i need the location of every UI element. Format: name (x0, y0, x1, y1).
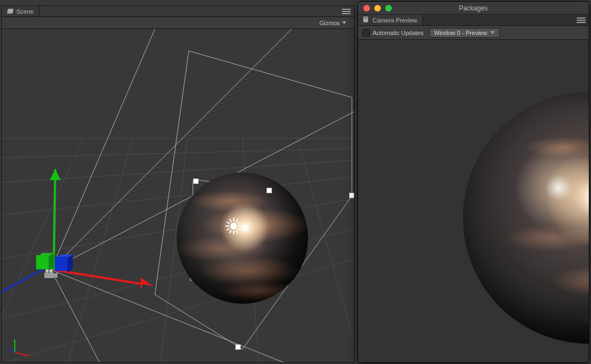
checkbox-icon (362, 29, 370, 37)
close-icon[interactable] (363, 5, 370, 11)
window-select-value: Window 0 - Preview (434, 30, 487, 36)
preview-tab-strip: Camera Preview (358, 15, 589, 26)
auto-updates-checkbox[interactable]: Automatic Updates (362, 29, 424, 37)
svg-point-25 (49, 269, 53, 273)
svg-line-18 (51, 270, 100, 362)
scene-icon (7, 9, 14, 14)
window-title: Packages (459, 4, 488, 12)
gizmos-label: Gizmos (320, 20, 340, 26)
preview-controls: Automatic Updates Window 0 - Preview (358, 26, 589, 40)
svg-rect-32 (364, 18, 367, 19)
window-controls (363, 5, 392, 11)
packages-window: Packages Camera Preview Automatic Update… (357, 1, 589, 363)
mini-axis-gizmo[interactable] (9, 336, 31, 358)
svg-marker-27 (54, 273, 57, 278)
panel-menu-icon[interactable] (577, 16, 586, 24)
svg-marker-21 (141, 278, 154, 291)
svg-marker-23 (50, 169, 61, 180)
chevron-down-icon (342, 21, 346, 24)
chevron-down-icon (490, 31, 495, 34)
camera-preview-viewport[interactable] (358, 40, 589, 362)
tab-camera-preview-label: Camera Preview (373, 17, 417, 24)
svg-rect-31 (363, 16, 368, 22)
window-select-dropdown[interactable]: Window 0 - Preview (429, 28, 500, 38)
light-gizmo-icon[interactable] (226, 218, 241, 234)
svg-line-30 (9, 348, 15, 353)
camera-gizmo-icon[interactable] (44, 269, 56, 276)
maximize-icon[interactable] (385, 5, 392, 11)
tab-scene[interactable]: Scene (2, 6, 39, 16)
viewport-overlay (2, 29, 354, 362)
svg-line-10 (67, 137, 133, 362)
svg-point-24 (45, 269, 49, 273)
auto-updates-label: Automatic Updates (373, 30, 424, 36)
frustum-handle[interactable] (266, 188, 272, 193)
camera-preview-icon (363, 16, 370, 24)
scene-toolbar: Gizmos (2, 17, 354, 29)
minimize-icon[interactable] (374, 5, 381, 11)
gizmos-dropdown[interactable]: Gizmos (316, 19, 350, 27)
panel-menu-icon[interactable] (342, 8, 351, 15)
tab-camera-preview[interactable]: Camera Preview (358, 15, 423, 25)
svg-line-9 (2, 137, 84, 362)
scene-panel: Scene Gizmos (1, 5, 355, 363)
scene-viewport[interactable] (2, 29, 354, 362)
frustum-handle[interactable] (235, 344, 241, 350)
scene-sphere[interactable] (177, 172, 308, 304)
svg-line-29 (15, 353, 29, 356)
window-titlebar[interactable]: Packages (358, 2, 589, 15)
svg-rect-1 (8, 9, 13, 13)
svg-rect-26 (44, 273, 54, 278)
preview-sphere (463, 92, 589, 344)
frustum-handle[interactable] (193, 178, 199, 184)
scene-tab-strip: Scene (2, 6, 354, 17)
svg-line-14 (51, 29, 155, 270)
frustum-handle[interactable] (349, 193, 354, 198)
tab-scene-label: Scene (16, 8, 33, 15)
